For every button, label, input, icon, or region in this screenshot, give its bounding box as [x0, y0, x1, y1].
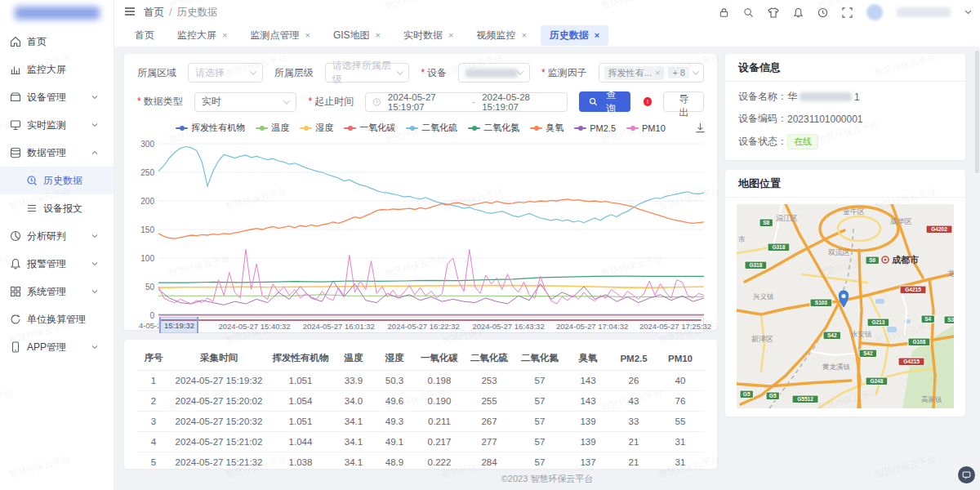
- tab-label: GIS地图: [333, 29, 370, 42]
- table-cell: 2024-05-27 15:21:32: [170, 452, 268, 470]
- table-cell: 139: [565, 412, 611, 432]
- svg-text:0: 0: [149, 311, 154, 320]
- query-button[interactable]: 查询: [579, 91, 630, 112]
- table-cell: 255: [464, 391, 514, 412]
- sidebar-item-1[interactable]: 首页: [0, 28, 114, 56]
- map-label-永安镇: 永安镇: [851, 330, 872, 338]
- history-line-chart[interactable]: 300250200150100500 4-05-2 15:19:32 2024-…: [124, 137, 717, 341]
- svg-text:100: 100: [140, 254, 154, 263]
- datazoom-slider[interactable]: 15:19:32 2024-05-27 15:40:322024-05-27 1…: [158, 317, 704, 333]
- time-end[interactable]: 2024-05-28 15:19:07: [482, 92, 559, 112]
- table-cell: 1.051: [268, 371, 333, 391]
- tab-视频监控[interactable]: 视频监控×: [467, 25, 535, 46]
- legend-label: 湿度: [315, 122, 333, 134]
- download-chart-icon[interactable]: [695, 122, 706, 136]
- tab-实时数据[interactable]: 实时数据×: [394, 25, 462, 46]
- clock-icon[interactable]: [817, 7, 828, 18]
- export-button[interactable]: 导出: [663, 91, 704, 112]
- device-select[interactable]: [458, 63, 530, 82]
- tab-label: 视频监控: [476, 29, 515, 42]
- x-axis-tick: 2024-05-27 16:22:32: [388, 322, 460, 331]
- tab-监测点管理[interactable]: 监测点管理×: [241, 25, 318, 46]
- device-name-redacted: [800, 92, 852, 101]
- lock-icon[interactable]: [719, 7, 729, 18]
- sidebar-item-5[interactable]: 数据管理: [0, 139, 114, 167]
- phone-icon: [10, 341, 21, 353]
- sidebar-item-10[interactable]: APP管理: [0, 333, 114, 361]
- map-label-高家镇: 高家镇: [921, 395, 942, 403]
- legend-label: PM10: [642, 123, 666, 133]
- tab-close-icon[interactable]: ×: [595, 31, 599, 40]
- sidebar-subitem-设备报文[interactable]: 设备报文: [0, 194, 114, 222]
- sidebar-item-2[interactable]: 监控大屏: [0, 56, 114, 83]
- search-icon[interactable]: [743, 7, 754, 18]
- svg-text:300: 300: [140, 140, 154, 149]
- breadcrumb-home[interactable]: 首页: [144, 6, 164, 20]
- legend-item-二氧化硫[interactable]: 二氧化硫: [406, 122, 457, 134]
- legend-item-臭氧[interactable]: 臭氧: [530, 122, 564, 134]
- breadcrumb-separator: /: [169, 7, 172, 18]
- legend-item-二氧化氮[interactable]: 二氧化氮: [468, 122, 519, 134]
- factor-multiselect[interactable]: 挥发性有...× + 8: [599, 63, 704, 82]
- tab-close-icon[interactable]: ×: [376, 31, 381, 40]
- table-cell: 267: [464, 412, 514, 432]
- tab-监控大屏[interactable]: 监控大屏×: [168, 25, 236, 46]
- sidebar-item-7[interactable]: 报警管理: [0, 250, 114, 278]
- legend-item-一氧化碳[interactable]: 一氧化碳: [344, 122, 395, 134]
- tab-close-icon[interactable]: ×: [448, 31, 453, 40]
- fullscreen-icon[interactable]: [842, 7, 853, 18]
- table-cell: 1: [137, 371, 170, 391]
- history-data-table: 序号采集时间挥发性有机物温度湿度一氧化碳二氧化硫二氧化氮臭氧PM2.5PM101…: [137, 346, 704, 469]
- device-name-prefix: 华: [787, 90, 797, 104]
- time-start[interactable]: 2024-05-27 15:19:07: [388, 92, 466, 112]
- legend-item-温度[interactable]: 温度: [256, 122, 289, 134]
- user-avatar[interactable]: [866, 4, 883, 20]
- table-cell: 137: [565, 452, 611, 470]
- tab-close-icon[interactable]: ×: [222, 31, 227, 40]
- tab-历史数据[interactable]: 历史数据×: [541, 25, 608, 46]
- table-cell: 0.211: [415, 412, 464, 432]
- sidebar-item-8[interactable]: 系统管理: [0, 278, 114, 305]
- tab-GIS地图[interactable]: GIS地图×: [324, 25, 390, 46]
- table-cell: 33.9: [333, 371, 374, 391]
- footer-copyright: ©2023 智慧环保云平台: [114, 473, 980, 485]
- tab-首页[interactable]: 首页: [126, 25, 163, 46]
- tab-close-icon[interactable]: ×: [305, 31, 310, 40]
- table-cell: 4: [137, 432, 170, 452]
- datatype-select[interactable]: 实时: [194, 92, 297, 112]
- query-alert-badge: !: [644, 97, 653, 106]
- page-scrollbar[interactable]: [975, 51, 979, 173]
- legend-item-挥发性有机物[interactable]: 挥发性有机物: [176, 122, 245, 134]
- chevron-down-icon[interactable]: [964, 10, 972, 15]
- datatype-value: 实时: [202, 95, 221, 109]
- theme-shirt-icon[interactable]: [768, 7, 779, 18]
- level-select[interactable]: 请选择所属层级: [325, 63, 410, 82]
- table-cell: 1.044: [268, 432, 333, 452]
- tag-close-icon[interactable]: ×: [655, 68, 660, 78]
- device-value-redacted: [466, 69, 518, 78]
- tab-close-icon[interactable]: ×: [521, 31, 526, 40]
- notification-bell-icon[interactable]: [793, 7, 804, 18]
- table-cell: 57: [514, 432, 565, 452]
- chat-fab-button[interactable]: [958, 466, 975, 483]
- sidebar-item-9[interactable]: 单位换算管理: [0, 305, 114, 333]
- sidebar-subitem-历史数据[interactable]: 历史数据: [0, 167, 114, 194]
- pie-icon: [10, 230, 21, 242]
- datazoom-selection[interactable]: 15:19:32: [159, 317, 198, 333]
- sidebar-item-4[interactable]: 实时监测: [0, 111, 114, 139]
- timerange-picker[interactable]: 2024-05-27 15:19:07 - 2024-05-28 15:19:0…: [365, 92, 567, 112]
- table-cell: 3: [137, 412, 170, 432]
- table-cell: 40: [657, 371, 704, 391]
- sidebar-item-3[interactable]: 设备管理: [0, 83, 114, 111]
- hamburger-icon[interactable]: [124, 5, 136, 20]
- sidebar-item-6[interactable]: 分析研判: [0, 222, 114, 250]
- map-canvas[interactable]: 温江区金牛区成华区双流区市龙兴义镇新津区永安镇黄龙溪镇高家镇成都市S8G4202…: [737, 204, 954, 408]
- table-cell: 76: [657, 391, 704, 412]
- legend-item-PM2.5[interactable]: PM2.5: [574, 123, 616, 133]
- region-select[interactable]: 请选择: [188, 63, 263, 82]
- table-cell: 0.217: [415, 432, 464, 452]
- factor-label: 监测因子: [541, 66, 587, 80]
- legend-item-PM10[interactable]: PM10: [626, 123, 666, 133]
- sidebar-subitem-label: 设备报文: [43, 202, 82, 216]
- legend-item-湿度[interactable]: 湿度: [300, 122, 333, 134]
